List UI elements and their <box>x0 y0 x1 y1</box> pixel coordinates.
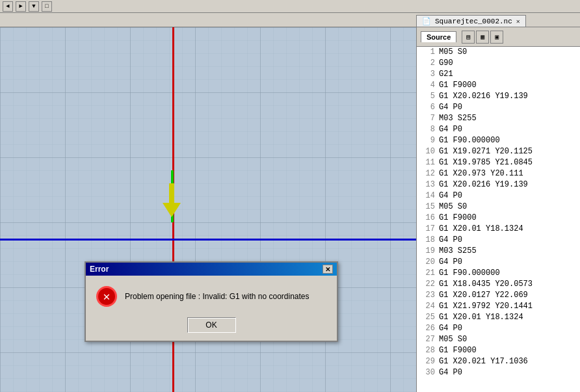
line-code: G1 X20.0127 Y22.069 <box>439 290 528 301</box>
toolbar-icon-3[interactable]: ▣ <box>490 31 503 44</box>
file-tab[interactable]: 📄 Squarejtec_0002.nc ✕ <box>416 15 526 27</box>
line-number: 10 <box>419 146 435 157</box>
code-line: 19M03 S255 <box>417 246 580 257</box>
error-icon: ✕ <box>96 286 117 307</box>
line-number: 23 <box>419 290 435 301</box>
code-line: 1M05 S0 <box>417 47 580 58</box>
code-line: 3G21 <box>417 69 580 80</box>
line-number: 20 <box>419 257 435 268</box>
code-line: 20G4 P0 <box>417 257 580 268</box>
code-line: 10G1 X19.0271 Y20.1125 <box>417 146 580 157</box>
nav-down-btn[interactable]: ▼ <box>29 1 39 12</box>
main-content: Error ✕ ✕ Problem opening file : Invalid… <box>0 27 580 392</box>
line-number: 11 <box>419 157 435 168</box>
line-number: 21 <box>419 268 435 279</box>
code-line: 12G1 X20.973 Y20.111 <box>417 168 580 179</box>
dialog-close-btn[interactable]: ✕ <box>323 265 333 274</box>
line-number: 13 <box>419 179 435 190</box>
dialog-body: ✕ Problem opening file : Invalid: G1 wit… <box>86 276 337 315</box>
tab-close-btn[interactable]: ✕ <box>516 18 520 25</box>
line-code: G1 X20.01 Y18.1324 <box>439 312 523 323</box>
line-code: G4 P0 <box>439 102 462 113</box>
line-number: 29 <box>419 356 435 367</box>
code-line: 18G4 P0 <box>417 235 580 246</box>
line-code: G4 P0 <box>439 367 462 378</box>
code-line: 5G1 X20.0216 Y19.139 <box>417 91 580 102</box>
dialog-titlebar: Error ✕ <box>86 263 337 276</box>
line-number: 25 <box>419 312 435 323</box>
line-number: 6 <box>419 102 435 113</box>
code-line: 23G1 X20.0127 Y22.069 <box>417 290 580 301</box>
dialog-message: Problem opening file : Invalid: G1 with … <box>125 292 310 301</box>
code-line: 24G1 X21.9792 Y20.1441 <box>417 301 580 312</box>
line-number: 24 <box>419 301 435 312</box>
code-line: 22G1 X18.0435 Y20.0573 <box>417 279 580 290</box>
window-btn[interactable]: □ <box>42 1 52 12</box>
line-number: 14 <box>419 190 435 202</box>
line-number: 7 <box>419 113 435 124</box>
arrow-shaft <box>169 183 174 203</box>
line-number: 28 <box>419 345 435 356</box>
error-dialog: Error ✕ ✕ Problem opening file : Invalid… <box>85 261 338 342</box>
nav-next-btn[interactable]: ► <box>16 1 26 12</box>
line-number: 30 <box>419 367 435 378</box>
arrow-indicator <box>163 183 181 217</box>
line-code: G1 X18.0435 Y20.0573 <box>439 279 533 290</box>
canvas-area[interactable]: Error ✕ ✕ Problem opening file : Invalid… <box>0 27 416 392</box>
line-code: G1 X19.9785 Y21.0845 <box>439 157 533 168</box>
code-line: 4G1 F9000 <box>417 80 580 91</box>
code-line: 13G1 X20.0216 Y19.139 <box>417 179 580 190</box>
dialog-footer: OK <box>86 315 337 341</box>
line-code: G1 X20.0216 Y19.139 <box>439 91 528 102</box>
line-code: M03 S255 <box>439 113 477 124</box>
line-number: 15 <box>419 202 435 213</box>
code-line: 2G90 <box>417 58 580 69</box>
line-number: 1 <box>419 47 435 58</box>
source-code[interactable]: 1M05 S02G903G214G1 F90005G1 X20.0216 Y19… <box>417 47 580 392</box>
line-code: G4 P0 <box>439 257 462 268</box>
code-line: 14G4 P0 <box>417 190 580 202</box>
toolbar-icon-1[interactable]: ▤ <box>462 31 475 44</box>
line-code: G1 F90.000000 <box>439 135 500 146</box>
line-code: G1 X20.021 Y17.1036 <box>439 356 528 367</box>
code-line: 29G1 X20.021 Y17.1036 <box>417 356 580 367</box>
toolbar-icon-2[interactable]: ▦ <box>476 31 489 44</box>
tab-bar: 📄 Squarejtec_0002.nc ✕ <box>0 13 580 27</box>
line-code: G90 <box>439 58 453 69</box>
arrow-head <box>163 203 181 217</box>
code-line: 21G1 F90.000000 <box>417 268 580 279</box>
top-toolbar: ◄ ► ▼ □ <box>0 0 580 13</box>
code-line: 6G4 P0 <box>417 102 580 113</box>
code-line: 28G1 F9000 <box>417 345 580 356</box>
line-number: 18 <box>419 235 435 246</box>
code-line: 25G1 X20.01 Y18.1324 <box>417 312 580 323</box>
line-number: 8 <box>419 124 435 135</box>
line-code: G4 P0 <box>439 235 462 246</box>
source-toolbar-icons: ▤ ▦ ▣ <box>462 31 503 44</box>
code-line: 16G1 F9000 <box>417 213 580 224</box>
code-line: 8G4 P0 <box>417 124 580 135</box>
code-line: 30G4 P0 <box>417 367 580 378</box>
tab-label: Squarejtec_0002.nc <box>435 18 512 25</box>
line-code: G1 F9000 <box>439 345 477 356</box>
code-line: 7M03 S255 <box>417 113 580 124</box>
line-code: M05 S0 <box>439 202 467 213</box>
source-toolbar: Source ▤ ▦ ▣ <box>417 27 580 47</box>
code-line: 26G4 P0 <box>417 323 580 334</box>
line-number: 27 <box>419 334 435 345</box>
line-number: 22 <box>419 279 435 290</box>
code-line: 27M05 S0 <box>417 334 580 345</box>
code-line: 9G1 F90.000000 <box>417 135 580 146</box>
source-panel: Source ▤ ▦ ▣ 1M05 S02G903G214G1 F90005G1… <box>416 27 580 392</box>
line-number: 3 <box>419 69 435 80</box>
line-code: G1 F9000 <box>439 80 477 91</box>
nav-prev-btn[interactable]: ◄ <box>3 1 13 12</box>
line-number: 19 <box>419 246 435 257</box>
code-line: 15M05 S0 <box>417 202 580 213</box>
line-number: 5 <box>419 91 435 102</box>
line-code: M05 S0 <box>439 334 467 345</box>
line-number: 16 <box>419 213 435 224</box>
ok-button[interactable]: OK <box>187 317 236 333</box>
source-tab[interactable]: Source <box>421 31 456 42</box>
line-code: G1 X20.973 Y20.111 <box>439 168 523 179</box>
